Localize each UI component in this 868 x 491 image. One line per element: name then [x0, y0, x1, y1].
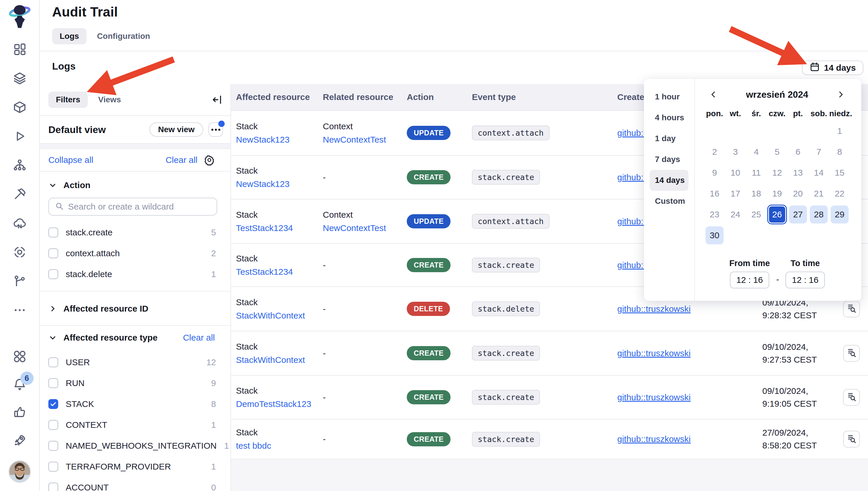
checkbox[interactable] — [48, 228, 58, 237]
new-view-button[interactable]: New view — [149, 122, 203, 137]
view-menu-button[interactable] — [209, 122, 223, 137]
view-log-details-button[interactable] — [843, 300, 860, 317]
checkbox[interactable] — [48, 357, 58, 367]
spacelift-logo-icon[interactable] — [8, 5, 31, 30]
collapse-panel-icon[interactable] — [211, 94, 223, 106]
clear-all-link[interactable]: Clear all — [165, 155, 197, 165]
affected-resource-link[interactable]: NewStack123 — [236, 133, 289, 146]
created-by-link[interactable]: github::truszkowski — [617, 393, 690, 402]
calendar-day-selected[interactable]: 26 — [768, 205, 786, 224]
chevron-right-icon[interactable] — [48, 304, 57, 313]
calendar-day[interactable]: 12 — [768, 164, 786, 182]
search-input[interactable] — [68, 202, 211, 211]
view-log-details-button[interactable] — [843, 389, 860, 406]
calendar-day[interactable]: 22 — [831, 185, 848, 203]
calendar-day[interactable]: 15 — [831, 164, 848, 182]
gear-icon[interactable] — [204, 154, 215, 166]
range-option-1-day[interactable]: 1 day — [650, 128, 688, 149]
checkbox[interactable] — [48, 269, 58, 279]
more-icon[interactable] — [12, 302, 27, 318]
policies-icon[interactable] — [12, 273, 27, 289]
checkbox[interactable] — [48, 420, 58, 430]
resources-icon[interactable] — [12, 244, 27, 260]
date-range-button[interactable]: 14 days — [802, 61, 863, 75]
stacks-icon[interactable] — [12, 71, 27, 86]
calendar-day[interactable]: 21 — [810, 185, 828, 203]
checkbox-checked[interactable] — [48, 399, 58, 409]
created-by-link[interactable]: github::truszkowski — [617, 434, 690, 444]
feedback-icon[interactable] — [12, 405, 27, 420]
collapse-all-link[interactable]: Collapse all — [48, 155, 93, 165]
related-resource-link[interactable]: NewContextTest — [323, 133, 386, 146]
calendar-day[interactable]: 9 — [706, 164, 723, 182]
calendar-day[interactable]: 8 — [831, 143, 848, 161]
affected-resource-link[interactable]: TestStack1234 — [236, 222, 293, 235]
affected-resource-link[interactable]: NewStack123 — [236, 177, 289, 191]
checkbox[interactable] — [48, 378, 58, 388]
affected-resource-link[interactable]: DemoTestStack123 — [236, 397, 311, 411]
calendar-day[interactable]: 17 — [726, 185, 744, 203]
runs-icon[interactable] — [12, 129, 27, 144]
calendar-day[interactable]: 6 — [789, 143, 807, 161]
calendar-day[interactable]: 11 — [747, 164, 765, 182]
calendar-day[interactable]: 13 — [789, 164, 807, 182]
calendar-day[interactable]: 18 — [747, 185, 765, 203]
tab-configuration[interactable]: Configuration — [97, 32, 150, 41]
clear-all-resource-type-link[interactable]: Clear all — [183, 333, 215, 343]
calendar-day[interactable]: 24 — [726, 205, 744, 224]
view-log-details-button[interactable] — [843, 431, 860, 447]
view-log-details-button[interactable] — [843, 345, 860, 362]
calendar-day-in-range[interactable]: 30 — [706, 226, 723, 244]
from-time-input[interactable]: 12 : 16 — [730, 271, 769, 288]
calendar-day[interactable]: 19 — [768, 185, 786, 203]
prev-month-icon[interactable] — [708, 89, 719, 100]
calendar-day[interactable]: 2 — [706, 143, 723, 161]
calendar-day[interactable]: 3 — [726, 143, 744, 161]
affected-resource-link[interactable]: TestStack1234 — [236, 265, 293, 279]
cloud-sync-icon[interactable] — [12, 215, 27, 231]
affected-resource-link[interactable]: test bbdc — [236, 439, 271, 453]
calendar-day[interactable]: 16 — [706, 185, 723, 203]
worker-tools-icon[interactable] — [12, 187, 27, 202]
range-option-1-hour[interactable]: 1 hour — [650, 86, 688, 107]
affected-resource-link[interactable]: StackWithContext — [236, 309, 305, 322]
calendar-day-in-range[interactable]: 27 — [789, 205, 807, 224]
related-resource-link[interactable]: NewContextTest — [323, 222, 386, 235]
notifications-icon[interactable]: 6 — [12, 377, 27, 392]
user-avatar[interactable] — [8, 460, 31, 483]
calendar-day-in-range[interactable]: 28 — [810, 205, 828, 224]
range-option-14-days[interactable]: 14 days — [650, 170, 688, 191]
spaces-icon[interactable] — [12, 158, 27, 173]
calendar-day[interactable]: 14 — [810, 164, 828, 182]
range-option-custom[interactable]: Custom — [650, 191, 688, 211]
created-by-link[interactable]: github::truszkowski — [617, 348, 690, 358]
range-option-7-days[interactable]: 7 days — [650, 149, 688, 170]
calendar-day[interactable]: 7 — [810, 143, 828, 161]
calendar-day[interactable]: 1 — [831, 122, 848, 140]
calendar-day[interactable]: 20 — [789, 185, 807, 203]
apps-icon[interactable] — [12, 349, 27, 364]
to-time-input[interactable]: 12 : 16 — [785, 271, 825, 288]
checkbox[interactable] — [48, 249, 58, 258]
launchpad-icon[interactable] — [12, 432, 27, 447]
affected-resource-link[interactable]: StackWithContext — [236, 353, 305, 367]
chevron-down-icon[interactable] — [48, 181, 57, 190]
chevron-down-icon[interactable] — [48, 333, 57, 342]
tab-filters[interactable]: Filters — [48, 92, 88, 108]
calendar-day-in-range[interactable]: 29 — [831, 205, 848, 224]
tab-logs[interactable]: Logs — [52, 28, 87, 45]
checkbox[interactable] — [48, 441, 58, 451]
dashboard-icon[interactable] — [12, 42, 27, 57]
tab-views[interactable]: Views — [98, 95, 121, 104]
checkbox[interactable] — [48, 483, 58, 491]
calendar-day[interactable]: 4 — [747, 143, 765, 161]
blueprints-icon[interactable] — [12, 100, 27, 115]
calendar-day[interactable]: 5 — [768, 143, 786, 161]
range-option-4-hours[interactable]: 4 hours — [650, 107, 688, 128]
calendar-day[interactable]: 23 — [706, 205, 723, 224]
next-month-icon[interactable] — [835, 89, 846, 100]
created-by-link[interactable]: github::truszkowski — [617, 304, 690, 314]
calendar-day[interactable]: 10 — [726, 164, 744, 182]
checkbox[interactable] — [48, 462, 58, 471]
calendar-day[interactable]: 25 — [747, 205, 765, 224]
